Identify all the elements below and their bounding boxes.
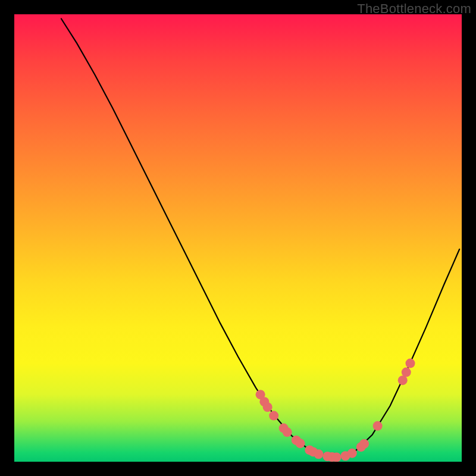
curve-marker bbox=[269, 411, 278, 421]
curve-marker bbox=[314, 449, 323, 459]
plot-area bbox=[14, 14, 462, 462]
curve-marker bbox=[406, 359, 415, 368]
chart-frame bbox=[14, 14, 462, 462]
chart-svg bbox=[14, 14, 462, 462]
curve-marker bbox=[296, 439, 305, 448]
curve-marker bbox=[331, 452, 341, 462]
curve-marker bbox=[402, 368, 411, 377]
curve-marker bbox=[263, 402, 273, 412]
curve-marker bbox=[373, 421, 383, 431]
curve-marker bbox=[347, 449, 357, 458]
curve-marker bbox=[359, 439, 369, 449]
curve-marker bbox=[283, 427, 292, 437]
curve-markers bbox=[256, 359, 415, 462]
